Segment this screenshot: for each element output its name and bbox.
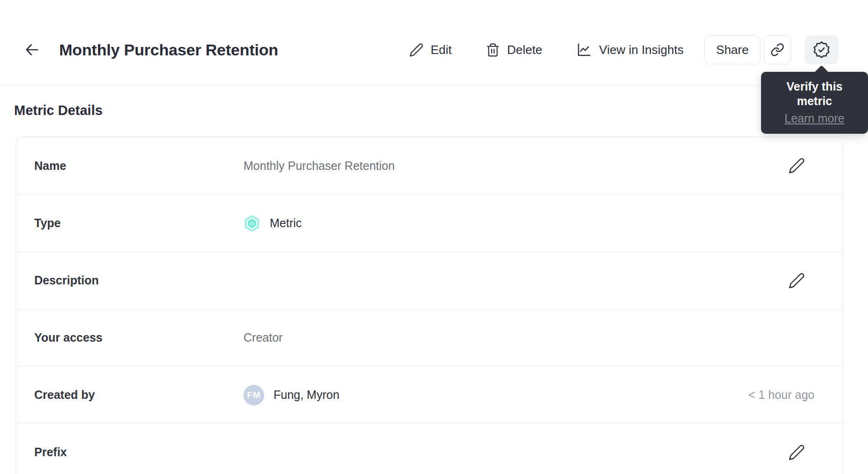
view-in-insights-button[interactable]: View in Insights [576,42,684,58]
pencil-icon [788,272,805,289]
learn-more-link[interactable]: Learn more [784,112,845,125]
tooltip-arrow [814,65,830,81]
row-created-by-value: Fung, Myron [274,388,339,402]
header-actions: Edit Delete View in Insights Share [409,35,838,64]
back-arrow-icon [23,41,40,58]
trash-icon [486,43,500,57]
verify-metric-button[interactable] [805,35,838,64]
pencil-icon [788,157,805,174]
row-type-label: Type [34,216,244,230]
row-type-value: Metric [270,216,302,230]
edit-prefix-button[interactable] [786,442,807,463]
view-in-insights-label: View in Insights [599,43,684,57]
page-header: Monthly Purchaser Retention Edit Delete … [0,0,868,86]
metric-details-card: Name Monthly Purchaser Retention Type [15,137,843,474]
verify-badge-icon [813,41,830,59]
copy-link-button[interactable] [763,35,792,64]
edit-label: Edit [431,43,452,57]
row-your-access: Your access Creator [16,309,843,366]
share-label: Share [716,43,748,57]
verify-tooltip: Verify this metric Learn more [761,72,868,134]
tooltip-title: Verify this metric [769,79,860,109]
insights-chart-icon [576,42,592,58]
row-description: Description [16,252,843,309]
row-description-label: Description [34,274,244,287]
row-created-by: Created by FM Fung, Myron < 1 hour ago [16,366,843,423]
pencil-icon [409,43,424,57]
row-prefix-label: Prefix [34,445,244,459]
back-button[interactable] [22,39,42,60]
edit-description-button[interactable] [786,270,807,291]
row-prefix: Prefix [16,423,843,474]
row-name-value: Monthly Purchaser Retention [244,159,395,173]
page-title: Monthly Purchaser Retention [59,41,278,59]
row-created-by-label: Created by [34,388,244,402]
link-icon [770,43,784,57]
metric-hexagon-icon [244,215,260,232]
share-button[interactable]: Share [704,35,761,64]
row-name-label: Name [34,159,244,173]
edit-button[interactable]: Edit [409,43,452,57]
row-your-access-label: Your access [34,331,244,344]
delete-label: Delete [507,43,542,57]
delete-button[interactable]: Delete [486,43,542,57]
edit-name-button[interactable] [786,155,807,176]
row-name: Name Monthly Purchaser Retention [16,137,843,194]
main-content: Metric Details Name Monthly Purchaser Re… [0,103,868,474]
pencil-icon [788,444,805,461]
section-title: Metric Details [14,103,868,118]
creator-avatar: FM [244,385,264,405]
row-your-access-value: Creator [244,331,282,344]
row-type: Type Metric [16,194,843,252]
created-timestamp: < 1 hour ago [748,388,815,402]
